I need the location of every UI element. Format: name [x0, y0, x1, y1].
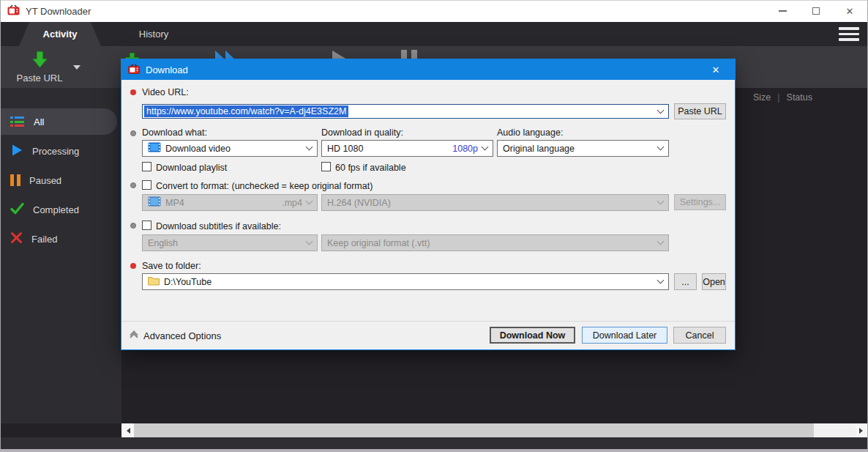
chevron-down-icon	[306, 198, 313, 205]
download-playlist-label[interactable]: Download playlist	[156, 163, 227, 173]
sidebar-item-failed[interactable]: Failed	[0, 226, 117, 252]
tab-activity[interactable]: Activity	[19, 22, 101, 46]
column-divider: |	[777, 92, 779, 103]
sidebar: All Processing Paused Completed Failed	[0, 88, 121, 423]
fps-checkbox[interactable]	[321, 162, 331, 171]
all-list-icon	[10, 116, 25, 127]
download-later-button[interactable]: Download Later	[582, 327, 667, 344]
sidebar-item-paused[interactable]: Paused	[0, 167, 117, 193]
close-button[interactable]: ✕	[833, 0, 867, 22]
double-chevron-up-icon	[131, 332, 137, 340]
tab-history[interactable]: History	[116, 22, 192, 46]
subtitles-checkbox[interactable]	[142, 221, 151, 230]
green-down-arrow-icon	[32, 51, 48, 70]
scroll-left-arrow[interactable]	[121, 423, 134, 437]
paste-url-dropdown-caret[interactable]	[73, 65, 81, 73]
app-tv-icon	[7, 4, 20, 18]
scrollbar-corner	[0, 423, 121, 437]
sidebar-item-processing[interactable]: Processing	[0, 138, 117, 164]
settings-button: Settings...	[674, 194, 726, 210]
window-title: YT Downloader	[26, 6, 91, 17]
chevron-down-icon	[306, 144, 313, 151]
download-what-label: Download what:	[142, 127, 207, 138]
format-value: MP4	[165, 198, 184, 208]
download-dialog: Download ✕ Video URL: https://www.youtub…	[121, 59, 736, 350]
chevron-down-icon[interactable]	[657, 106, 665, 114]
download-what-select[interactable]: Download video	[142, 140, 318, 157]
x-mark-icon	[10, 231, 23, 246]
subtitles-language-value: English	[148, 238, 178, 248]
quality-value: HD 1080	[327, 144, 363, 154]
subtitles-format-value: Keep original format (.vtt)	[327, 238, 430, 248]
maximize-button[interactable]	[799, 0, 833, 22]
section-bullet	[130, 182, 136, 188]
window-border-top	[0, 0, 868, 1]
toolbar-paste-url-button[interactable]: Paste URL	[9, 46, 70, 88]
quality-tag: 1080p	[452, 144, 478, 154]
chevron-down-icon	[657, 144, 665, 151]
app-window: YT Downloader ✕ Activity History Paste U…	[0, 0, 868, 452]
paste-url-button[interactable]: Paste URL	[674, 103, 726, 119]
chevron-down-icon	[482, 144, 489, 151]
pause-bars-icon	[10, 174, 20, 186]
format-ext: .mp4	[282, 198, 302, 208]
minimize-button[interactable]	[766, 0, 799, 22]
chevron-down-icon	[657, 198, 665, 205]
video-url-input[interactable]: https://www.youtube.com/watch?v=A-dj4E3S…	[142, 104, 669, 119]
folder-icon	[148, 276, 160, 288]
sidebar-item-all[interactable]: All	[0, 108, 117, 135]
open-folder-button[interactable]: Open	[702, 273, 726, 290]
dialog-close-icon[interactable]: ✕	[703, 59, 728, 80]
fps-label[interactable]: 60 fps if available	[335, 163, 406, 173]
audio-language-label: Audio language:	[497, 127, 563, 138]
scrollbar-thumb[interactable]	[134, 423, 814, 437]
video-url-label: Video URL:	[142, 87, 189, 97]
audio-language-value: Original language	[503, 144, 575, 154]
subtitles-format-select: Keep original format (.vtt)	[321, 234, 669, 251]
chevron-down-icon	[657, 238, 665, 245]
dialog-tv-icon	[128, 64, 140, 76]
quality-select[interactable]: HD 1080 1080p	[321, 140, 493, 157]
horizontal-scrollbar[interactable]	[121, 423, 868, 437]
sidebar-item-completed[interactable]: Completed	[0, 196, 117, 223]
format-select: MP4 .mp4	[142, 194, 318, 211]
cancel-button[interactable]: Cancel	[673, 327, 726, 344]
advanced-options-toggle[interactable]: Advanced Options	[131, 322, 221, 350]
download-playlist-checkbox[interactable]	[142, 162, 151, 171]
convert-format-checkbox[interactable]	[142, 180, 151, 190]
browse-button[interactable]: ...	[674, 273, 697, 290]
bottom-bar	[0, 437, 868, 449]
audio-language-select[interactable]: Original language	[497, 140, 669, 157]
window-border-bottom	[0, 449, 868, 452]
column-size[interactable]: Size	[753, 92, 771, 103]
save-folder-select[interactable]: D:\YouTube	[142, 273, 669, 290]
required-bullet	[130, 89, 136, 95]
column-status[interactable]: Status	[787, 92, 812, 103]
dialog-title: Download	[146, 64, 188, 75]
section-bullet	[130, 130, 136, 136]
film-icon	[148, 196, 161, 209]
save-folder-value: D:\YouTube	[164, 277, 212, 287]
film-icon	[148, 142, 161, 155]
section-bullet	[130, 223, 136, 229]
codec-select: H.264 (NVIDIA)	[321, 194, 669, 211]
required-bullet	[130, 263, 136, 269]
download-now-button[interactable]: Download Now	[490, 327, 575, 344]
subtitles-label[interactable]: Download subtitles if available:	[156, 221, 281, 231]
checkmark-icon	[10, 202, 24, 217]
codec-value: H.264 (NVIDIA)	[327, 198, 391, 208]
dialog-title-bar: Download ✕	[121, 59, 735, 80]
dialog-footer: Advanced Options Download Now Download L…	[121, 321, 735, 349]
convert-format-label[interactable]: Convert to format: (unchecked = keep ori…	[156, 181, 373, 191]
video-url-value[interactable]: https://www.youtube.com/watch?v=A-dj4E3S…	[144, 105, 348, 117]
chevron-down-icon	[306, 238, 313, 245]
title-bar: YT Downloader ✕	[0, 0, 868, 22]
scroll-right-arrow[interactable]	[856, 423, 868, 437]
list-column-headers: Size | Status	[753, 92, 812, 103]
subtitles-language-select: English	[142, 234, 318, 251]
quality-label: Download in quality:	[321, 127, 403, 138]
chevron-down-icon	[657, 277, 665, 284]
menu-icon[interactable]	[839, 27, 859, 41]
save-folder-label: Save to folder:	[142, 261, 201, 271]
play-icon	[10, 144, 23, 159]
